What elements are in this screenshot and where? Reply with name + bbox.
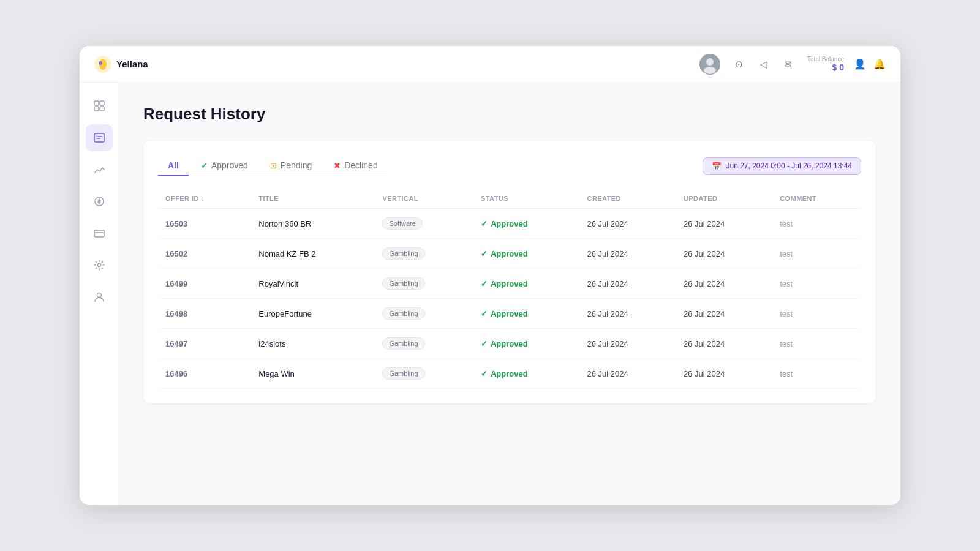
cell-comment: test	[772, 209, 861, 239]
cell-created: 26 Jul 2024	[580, 329, 676, 359]
vertical-badge: Gambling	[382, 277, 424, 290]
cell-status: ✓ Approved	[473, 299, 580, 329]
balance-area: Total Balance $ 0	[807, 56, 844, 72]
logo-icon	[94, 56, 111, 73]
col-created: CREATED	[580, 189, 676, 209]
pending-icon: ⊡	[270, 161, 277, 170]
vertical-badge: Gambling	[382, 247, 424, 260]
cell-updated: 26 Jul 2024	[676, 299, 772, 329]
main-content: Request History All ✔ Approved ⊡	[119, 83, 900, 505]
col-vertical: VERTICAL	[375, 189, 473, 209]
table-row[interactable]: 16498 EuropeFortune Gambling ✓ Approved …	[158, 299, 861, 329]
table-row[interactable]: 16499 RoyalVincit Gambling ✓ Approved 26…	[158, 269, 861, 299]
app-window: Yellana ⊙ ◁ ✉ Total Balance $ 0 👤	[80, 46, 900, 505]
avatar[interactable]	[699, 54, 720, 75]
cell-status: ✓ Approved	[473, 359, 580, 389]
tab-declined[interactable]: ✖ Declined	[324, 156, 387, 176]
svg-point-4	[706, 58, 714, 66]
page-title: Request History	[143, 105, 876, 124]
cell-offer-id: 16497	[158, 329, 251, 359]
top-icon-group: ⊙ ◁ ✉	[730, 55, 797, 73]
cell-vertical: Gambling	[375, 329, 473, 359]
tab-all[interactable]: All	[158, 156, 189, 176]
vertical-badge: Gambling	[382, 367, 424, 380]
send-icon[interactable]: ◁	[755, 55, 773, 73]
sidebar-item-profile[interactable]	[86, 283, 113, 310]
vertical-badge: Gambling	[382, 307, 424, 320]
cell-status: ✓ Approved	[473, 239, 580, 269]
cell-vertical: Gambling	[375, 239, 473, 269]
dollar-circle-icon[interactable]: ⊙	[730, 55, 748, 73]
col-comment: COMMENT	[772, 189, 861, 209]
cell-title: Nomad KZ FB 2	[251, 239, 375, 269]
user-icon-top[interactable]: 👤	[854, 58, 866, 70]
table-row[interactable]: 16503 Norton 360 BR Software ✓ Approved …	[158, 209, 861, 239]
cell-title: i24slots	[251, 329, 375, 359]
cell-vertical: Gambling	[375, 359, 473, 389]
col-title: TITLE	[251, 189, 375, 209]
tab-pending-label: Pending	[281, 160, 312, 170]
date-filter[interactable]: 📅 Jun 27, 2024 0:00 - Jul 26, 2024 13:44	[703, 157, 862, 175]
tab-approved[interactable]: ✔ Approved	[191, 156, 258, 176]
sidebar-item-payments[interactable]	[86, 220, 113, 247]
cell-created: 26 Jul 2024	[580, 359, 676, 389]
tab-approved-label: Approved	[211, 160, 248, 170]
status-approved: ✓ Approved	[481, 369, 573, 378]
check-icon: ✓	[481, 219, 488, 228]
sidebar-item-dashboard[interactable]	[86, 92, 113, 119]
cell-title: Norton 360 BR	[251, 209, 375, 239]
sidebar-item-settings[interactable]	[86, 252, 113, 279]
status-label: Approved	[491, 369, 528, 378]
svg-rect-9	[100, 107, 104, 111]
approved-icon: ✔	[201, 161, 208, 170]
request-table: OFFER ID ↓ TITLE VERTICAL STATUS CREATED…	[158, 189, 861, 389]
date-filter-label: Jun 27, 2024 0:00 - Jul 26, 2024 13:44	[726, 162, 853, 170]
status-label: Approved	[491, 219, 528, 228]
sidebar	[80, 83, 119, 505]
tab-pending[interactable]: ⊡ Pending	[260, 156, 322, 176]
top-right-area: ⊙ ◁ ✉ Total Balance $ 0 👤 🔔	[699, 54, 886, 75]
tabs-container: All ✔ Approved ⊡ Pending ✖ Declined	[158, 156, 388, 176]
cell-vertical: Gambling	[375, 269, 473, 299]
status-approved: ✓ Approved	[481, 249, 573, 258]
status-approved: ✓ Approved	[481, 339, 573, 348]
col-offer-id[interactable]: OFFER ID ↓	[158, 189, 251, 209]
table-row[interactable]: 16502 Nomad KZ FB 2 Gambling ✓ Approved …	[158, 239, 861, 269]
cell-title: RoyalVincit	[251, 269, 375, 299]
top-bar: Yellana ⊙ ◁ ✉ Total Balance $ 0 👤	[80, 46, 900, 83]
tabs-row: All ✔ Approved ⊡ Pending ✖ Declined	[158, 156, 861, 176]
cell-title: Mega Win	[251, 359, 375, 389]
cell-vertical: Software	[375, 209, 473, 239]
balance-label: Total Balance	[807, 56, 844, 62]
sidebar-item-finance[interactable]	[86, 188, 113, 215]
svg-point-13	[97, 264, 100, 267]
sidebar-item-analytics[interactable]	[86, 156, 113, 183]
table-row[interactable]: 16496 Mega Win Gambling ✓ Approved 26 Ju…	[158, 359, 861, 389]
check-icon: ✓	[481, 249, 488, 258]
cell-created: 26 Jul 2024	[580, 239, 676, 269]
calendar-icon: 📅	[712, 162, 722, 171]
cell-updated: 26 Jul 2024	[676, 239, 772, 269]
logo-text: Yellana	[116, 59, 148, 69]
mail-icon[interactable]: ✉	[779, 55, 797, 73]
bell-icon[interactable]: 🔔	[873, 58, 886, 70]
status-approved: ✓ Approved	[481, 219, 573, 228]
status-label: Approved	[491, 309, 528, 318]
check-icon: ✓	[481, 309, 488, 318]
vertical-badge: Software	[382, 217, 422, 230]
top-action-icons: 👤 🔔	[854, 58, 886, 70]
table-row[interactable]: 16497 i24slots Gambling ✓ Approved 26 Ju…	[158, 329, 861, 359]
request-history-card: All ✔ Approved ⊡ Pending ✖ Declined	[143, 141, 876, 403]
svg-rect-6	[94, 101, 99, 105]
cell-updated: 26 Jul 2024	[676, 269, 772, 299]
check-icon: ✓	[481, 279, 488, 288]
cell-comment: test	[772, 239, 861, 269]
svg-point-5	[704, 67, 716, 74]
svg-rect-10	[94, 133, 104, 142]
sidebar-item-requests[interactable]	[86, 124, 113, 151]
cell-updated: 26 Jul 2024	[676, 209, 772, 239]
table-body: 16503 Norton 360 BR Software ✓ Approved …	[158, 209, 861, 389]
tab-declined-label: Declined	[344, 160, 377, 170]
vertical-badge: Gambling	[382, 337, 424, 350]
status-approved: ✓ Approved	[481, 279, 573, 288]
